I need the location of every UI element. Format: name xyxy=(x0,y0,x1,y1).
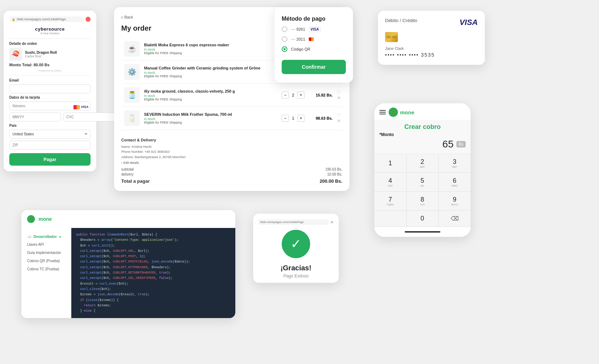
payment-option-2[interactable]: ···· 2011 xyxy=(282,36,346,42)
success-icon: ✓ xyxy=(282,230,310,258)
dev-nav-item[interactable]: Cobros TC (Prueba) xyxy=(21,265,71,273)
hamburger-line xyxy=(379,110,386,111)
code-line: curl_setopt($ch, CURLOPT_URL, $url); xyxy=(76,249,230,254)
delete-icon[interactable]: ✕ xyxy=(336,95,341,100)
url-bar: Web.monepagos.com/LinkdePago xyxy=(9,16,83,22)
visa-icon: VISA xyxy=(81,105,88,109)
product-thumbnail: 🫙 xyxy=(124,87,140,103)
monto-total: Monto Total: 80.00 Bs xyxy=(9,63,91,67)
visa-badge-icon: VISA xyxy=(309,27,321,32)
expiry-input[interactable] xyxy=(9,113,61,121)
qty-minus-button[interactable]: − xyxy=(282,115,289,122)
numpad-key[interactable]: 8TUV xyxy=(406,192,439,210)
dev-nav-item[interactable]: Guía Implementación xyxy=(21,249,71,257)
hamburger-line xyxy=(379,114,386,114)
gracias-subtitle: Pago Exitoso xyxy=(258,274,334,279)
numpad-key[interactable]: ⌫ xyxy=(439,210,471,227)
code-line: $items = json_decode($result, true); xyxy=(76,292,230,297)
browser-bar: Web.monepagos.com/LinkdePago xyxy=(9,16,91,22)
radio-qr[interactable] xyxy=(282,46,287,52)
payment-option-3[interactable]: Código QR xyxy=(282,46,346,52)
numpad-key[interactable]: 4GHI xyxy=(374,173,406,192)
numpad-key[interactable]: 6MNO xyxy=(439,173,471,192)
hamburger-menu[interactable] xyxy=(379,110,386,114)
numpad-key[interactable]: 5JKL xyxy=(406,173,439,192)
qty-plus-button[interactable]: + xyxy=(297,115,304,122)
dev-header: 🌿 mone xyxy=(21,210,235,228)
subtotal-label: subtotal xyxy=(121,167,134,171)
confirmar-button[interactable]: Confirmar xyxy=(282,60,346,74)
code-line: $headers = array('Content-Type: applicat… xyxy=(76,238,230,243)
qty-cell: − 2 + xyxy=(279,84,311,107)
code-line: curl_close($ch); xyxy=(76,287,230,292)
numpad-key[interactable]: 3DEF xyxy=(439,154,471,173)
product-status: In stock xyxy=(144,117,277,121)
cvc-input[interactable] xyxy=(63,113,115,121)
numpad-key[interactable]: 7PQRS xyxy=(374,192,406,210)
qty-minus-button[interactable]: − xyxy=(282,92,289,99)
total-label: Total a pagar xyxy=(121,178,150,184)
qty-plus-button[interactable]: + xyxy=(297,92,304,99)
delivery-row: delivery 10.00 Bs. xyxy=(121,172,342,176)
order-product-name: Sushi, Dragon Roll xyxy=(25,51,57,54)
cs-brand-name: cybersource xyxy=(9,26,91,32)
card-number-display: •••• •••• •••• 3535 xyxy=(385,52,478,58)
code-line: public function llamadoRest($url, $data)… xyxy=(76,232,230,238)
dev-nav-item[interactable]: Cobros QR (Prueba) xyxy=(21,257,71,265)
powered-by: Powered by Mone xyxy=(9,69,91,72)
product-shipping: Eligible for FREE Shipping xyxy=(144,74,277,78)
currency-badge: Bs xyxy=(456,141,466,147)
email-input[interactable] xyxy=(9,84,91,93)
gracias-browser-bar: Web.monepagos.com/LinkdePago ✕ xyxy=(258,219,334,225)
country-select[interactable]: United States xyxy=(9,130,91,139)
product-thumbnail: 🥛 xyxy=(124,110,140,126)
phone-header: 🌿 mone xyxy=(374,103,471,120)
gracias-close-button[interactable]: ✕ xyxy=(330,220,334,225)
close-button[interactable] xyxy=(86,17,91,22)
product-status: In stock xyxy=(144,71,277,74)
mastercard-icon xyxy=(73,105,80,109)
code-line: curl_setopt($ch, CURLOPT_POSTFIELDS, jso… xyxy=(76,259,230,265)
total-value: 200.00 Bs. xyxy=(319,178,342,184)
code-line: } else { xyxy=(76,308,230,314)
product-price-cell: 15.82 Bs. xyxy=(311,84,334,107)
dev-nav: ☁️ Desarrollador ∧ Llaves APIGuía Implem… xyxy=(21,228,71,318)
code-line: curl_setopt($ch, CURLOPT_RETURNTRANSFER,… xyxy=(76,270,230,276)
wishlist-icon[interactable]: ♡ xyxy=(336,90,341,95)
payment-option-1[interactable]: ···· 9261 VISA xyxy=(282,26,346,32)
product-name: illy moka ground, classico, classic-velv… xyxy=(144,89,277,93)
radio-9261[interactable] xyxy=(282,26,287,32)
chip-line xyxy=(392,37,396,38)
product-status: In stock xyxy=(144,48,277,51)
wishlist-icon[interactable]: ♡ xyxy=(336,113,341,118)
zip-input[interactable] xyxy=(9,141,91,150)
order-section-label: Detalle de orden xyxy=(9,42,91,46)
numpad-key[interactable] xyxy=(374,210,406,227)
form-card: Web.monepagos.com/LinkdePago cybersource… xyxy=(4,11,96,171)
delete-icon[interactable]: ✕ xyxy=(336,118,341,124)
qty-control: − 2 + xyxy=(282,92,308,99)
gracias-title: ¡Gracias! xyxy=(258,264,334,272)
card-brand-icons: VISA xyxy=(73,105,88,109)
card-section-label: Datos de la tarjeta xyxy=(9,95,91,99)
pagar-button[interactable]: Pagar xyxy=(9,153,91,166)
product-name: SEVERIN Induction Milk Frother Spuma, 70… xyxy=(144,112,277,116)
radio-2011[interactable] xyxy=(282,36,287,42)
product-thumbnail: ☕ xyxy=(124,41,140,57)
product-img-cell: 🫙 xyxy=(121,84,143,107)
chip-icon xyxy=(385,32,398,42)
caret-icon: ∧ xyxy=(59,235,61,239)
product-img-cell: ☕ xyxy=(121,37,143,61)
numpad-key[interactable]: 2ABC xyxy=(406,154,439,173)
dev-nav-item[interactable]: Llaves API xyxy=(21,240,71,249)
qty-value: 2 xyxy=(290,93,296,97)
chip-line xyxy=(386,37,391,38)
numpad-key[interactable]: 9WXYZ xyxy=(439,192,471,210)
phone-bottom-bar xyxy=(374,227,471,237)
dev-mone-logo: 🌿 xyxy=(27,215,35,223)
qty-control: − 1 + xyxy=(282,115,308,122)
numpad-key[interactable]: 0 xyxy=(406,210,439,227)
product-info-cell: Manual Coffee Grinder with Ceramic grind… xyxy=(143,61,279,84)
numpad-key[interactable]: 1 xyxy=(374,154,406,173)
edit-details-link[interactable]: Edit details xyxy=(121,161,342,165)
